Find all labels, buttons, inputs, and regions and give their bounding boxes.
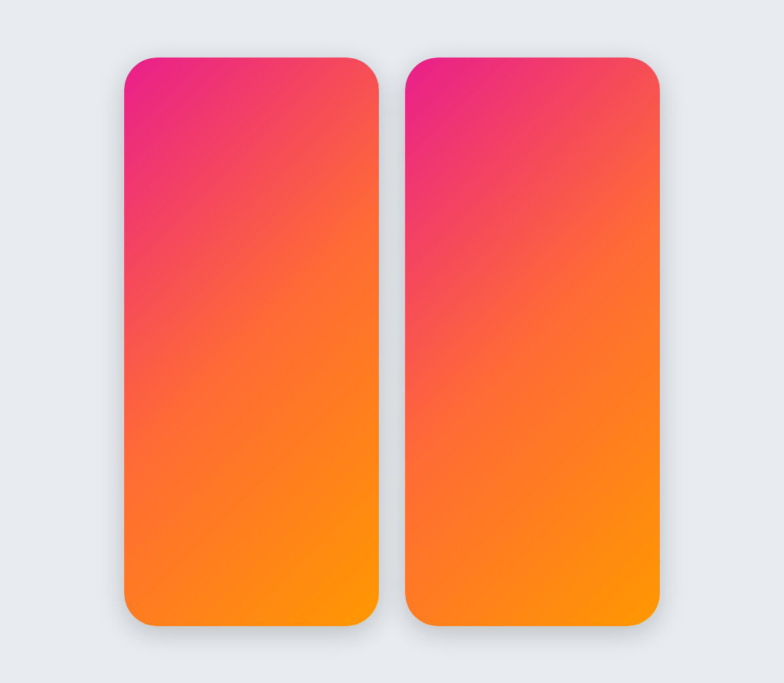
page-title-left: Time management (137, 127, 367, 147)
ig-badge-4: ▣ (446, 494, 458, 506)
ig-badge-2: ▣ (446, 391, 458, 403)
chat-name-1: Chirsty Kaiden (466, 331, 628, 341)
daily-remind-label: Remind teen to close Instagram (144, 439, 283, 450)
ig-badge-3: ▣ (446, 442, 458, 454)
chat-list: ▣ e.manny.well.52 Ellijah Manny 33 share… (415, 258, 650, 567)
avatar-wrap-2: ▣ (425, 370, 458, 403)
search-icon: 🔍 (424, 224, 435, 235)
chat-info-3: princess_peace Nicollete Sanders 60 shar… (466, 422, 628, 454)
chevron-chat-2: › (636, 379, 640, 393)
daily-block-radio[interactable] (342, 477, 359, 494)
status-icons-left: 📶 (316, 69, 361, 78)
time-left: 5:26 (142, 69, 161, 80)
chat-row-0[interactable]: ▣ e.manny.well.52 Ellijah Manny 33 share… (415, 258, 650, 309)
svg-point-11 (434, 435, 440, 441)
chat-info-5: super_santi_73 Sam Santi 0 shared connec… (466, 525, 628, 557)
chat-row-4[interactable]: ▣ Group chat 10 accounts › (415, 464, 650, 516)
chevron-chat-0: › (636, 276, 640, 290)
signal-bars-left (316, 70, 328, 78)
svg-point-0 (435, 272, 448, 285)
sleep-time-value: 10 PM - 7 AM (144, 225, 204, 236)
sleep-remind-radio[interactable] (342, 278, 359, 295)
battery-icon-left (346, 70, 361, 78)
daily-remind-radio[interactable] (342, 436, 359, 453)
svg-point-14 (438, 484, 446, 491)
svg-point-17 (442, 533, 448, 540)
chat-info-2: ted_graham321 Ted Graham 0 shared connec… (466, 371, 628, 402)
chat-row-3[interactable]: ▣ princess_peace Nicollete Sanders 60 sh… (415, 412, 650, 464)
chat-connections-3: 60 shared connections (466, 444, 628, 454)
sleep-mode-label: Sleep mode (137, 193, 367, 207)
chat-username-2: ted_graham321 (466, 371, 628, 382)
left-phone: 5:26 📶 ‹ Ti (124, 58, 379, 626)
chat-name-2: Ted Graham (466, 382, 628, 392)
svg-point-5 (436, 327, 441, 332)
chevron-sleep-time: › (355, 229, 359, 242)
search-placeholder: Search (440, 224, 472, 235)
learn-more-link-left[interactable]: Learn more (137, 154, 190, 165)
chat-connections-0: 33 shared connections (466, 290, 628, 299)
chevron-chat-3: › (636, 431, 640, 444)
ig-badge-0: ▣ (446, 288, 458, 299)
chevron-daily-limit: › (355, 391, 359, 405)
daily-limit-card: 1 hour › (134, 379, 369, 416)
chat-row-2[interactable]: ▣ ted_graham321 Ted Graham 0 shared conn… (415, 361, 650, 412)
daily-remind-row[interactable]: Remind teen to close Instagram (134, 424, 369, 465)
sleep-time-card: 10 PM - 7 AM Every day › (134, 213, 369, 259)
sleep-options-card: Remind teen to close Instagram Block tee… (134, 267, 369, 348)
sleep-days-value: Every day (144, 237, 204, 247)
status-bar-left: 5:26 📶 (126, 59, 377, 86)
wifi-icon-right: 📶 (613, 69, 623, 78)
chevron-chat-5: › (636, 534, 640, 548)
chat-connections-5: 0 shared connections (466, 548, 628, 557)
wifi-icon-left: 📶 (332, 69, 342, 78)
left-screen-content: ‹ Time management Learn more about manag… (126, 86, 377, 624)
sleep-block-radio[interactable] (342, 320, 359, 337)
sleep-remind-label: Remind teen to close Instagram (144, 281, 283, 292)
learn-more-text-left: Learn more about managing your teen's ti… (137, 152, 367, 180)
sleep-block-label: Block teen from Instagram (144, 322, 259, 333)
description-text: See who your teen chatted with for the l… (417, 152, 647, 207)
chevron-chat-1: › (636, 327, 640, 341)
chat-username-5: super_santi_73 (466, 525, 628, 537)
chat-username-3: princess_peace (466, 422, 628, 433)
ig-badge-1: ▣ (446, 339, 458, 351)
daily-limit-value: 1 hour (144, 392, 172, 403)
chat-info-0: e.manny.well.52 Ellijah Manny 33 shared … (466, 267, 628, 299)
chat-username-0: e.manny.well.52 (466, 267, 628, 278)
daily-limit-label: Daily limit (137, 359, 367, 373)
ig-badge-5: ▣ (446, 546, 458, 558)
chat-row-1[interactable]: ▣ sprinkles_bby19 Chirsty Kaiden 159 sha… (415, 309, 650, 361)
sleep-remind-row[interactable]: Remind teen to close Instagram (134, 267, 369, 308)
sleep-time-row[interactable]: 10 PM - 7 AM Every day › (134, 213, 369, 259)
daily-block-row[interactable]: Block teen from Instagram (134, 465, 369, 506)
chat-info-4: Group chat 10 accounts (466, 478, 628, 500)
chevron-chat-4: › (636, 482, 640, 496)
right-phone: 5:26 📶 ‹ Wh (405, 58, 660, 626)
back-button-left[interactable]: ‹ (137, 94, 367, 122)
avatar-wrap-5: ▣ (425, 525, 458, 558)
right-screen-content: ‹ Who they have chats with See who your … (407, 86, 658, 624)
daily-limit-row[interactable]: 1 hour › (134, 379, 369, 416)
avatar-wrap-0: ▣ (425, 267, 458, 299)
chat-info-1: sprinkles_bby19 Chirsty Kaiden 159 share… (466, 319, 628, 350)
search-bar[interactable]: 🔍 Search (415, 218, 650, 242)
chat-row-5[interactable]: ▣ super_santi_73 Sam Santi 0 shared conn… (415, 516, 650, 567)
chat-name-4: 10 accounts (466, 490, 628, 500)
daily-options-card: Remind teen to close Instagram Block tee… (134, 424, 369, 506)
chat-username-1: sprinkles_bby19 (466, 319, 628, 330)
sleep-block-row[interactable]: Block teen from Instagram (134, 308, 369, 348)
time-right: 5:26 (423, 69, 442, 80)
signal-bars-right (597, 70, 609, 78)
svg-point-3 (434, 324, 449, 339)
chat-name-3: Nicollete Sanders (466, 434, 628, 444)
svg-point-2 (436, 279, 440, 283)
daily-block-label: Block teen from Instagram (144, 480, 259, 491)
battery-icon-right (627, 70, 642, 78)
back-button-right[interactable]: ‹ (417, 94, 647, 122)
status-icons-right: 📶 (597, 69, 642, 78)
page-title-right: Who they have chats with (417, 127, 647, 147)
avatar-wrap-3: ▣ (425, 422, 458, 454)
chat-connections-1: 159 shared connections (466, 341, 628, 350)
avatar-wrap-1: ▣ (425, 318, 458, 351)
